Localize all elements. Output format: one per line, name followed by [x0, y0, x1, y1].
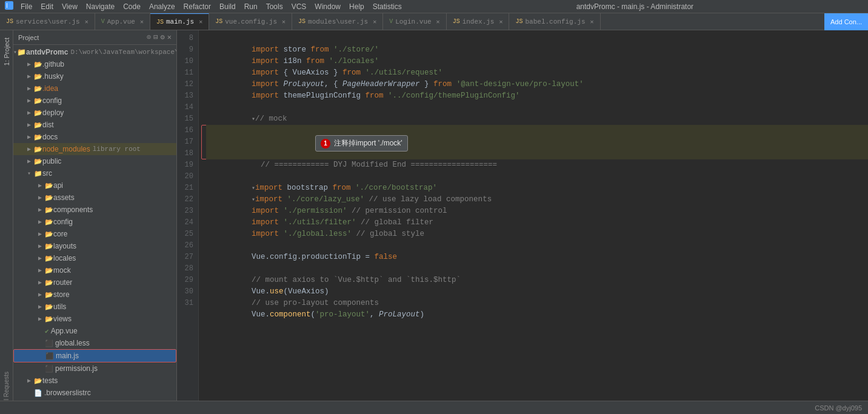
tab-main-js[interactable]: JS main.js ✕ [150, 13, 209, 30]
menu-code[interactable]: Code [119, 1, 144, 12]
menu-edit[interactable]: Edit [37, 1, 57, 12]
tab-close-icon[interactable]: ✕ [282, 18, 285, 25]
tab-close-icon[interactable]: ✕ [85, 18, 88, 25]
expand-arrow: ▶ [24, 97, 34, 104]
code-text: , [370, 310, 379, 319]
expand-arrow: ▶ [35, 255, 45, 262]
tree-item-core[interactable]: ▶ 📂 core [13, 228, 176, 240]
file-label: main.js [56, 352, 79, 360]
tab-modules-user-js[interactable]: JS modules\user.js ✕ [292, 13, 383, 30]
folder-label: mock [53, 266, 71, 275]
locate-file-icon[interactable]: ⊙ [147, 33, 151, 42]
tree-item-public[interactable]: ▶ 📂 public [13, 155, 176, 167]
tree-item-mock[interactable]: ▶ 📂 mock [13, 264, 176, 276]
folder-icon: 📂 [34, 109, 42, 117]
tab-close-icon[interactable]: ✕ [140, 18, 144, 25]
tree-item-layouts[interactable]: ▶ 📂 layouts [13, 240, 176, 252]
tab-app-vue[interactable]: V App.vue ✕ [95, 13, 150, 30]
tab-close-icon[interactable]: ✕ [199, 18, 202, 25]
tree-item-deploy[interactable]: ▶ 📂 deploy [13, 107, 176, 119]
tree-item-config[interactable]: ▶ 📂 config [13, 95, 176, 107]
tree-item-locales[interactable]: ▶ 📂 locales [13, 252, 176, 264]
menu-help[interactable]: Help [346, 1, 368, 12]
folder-label: store [53, 290, 70, 299]
folder-label: assets [53, 193, 75, 202]
tree-item-docs[interactable]: ▶ 📂 docs [13, 131, 176, 143]
tab-close-icon[interactable]: ✕ [499, 18, 502, 25]
tab-vue-config-js[interactable]: JS vue.config.js ✕ [209, 13, 292, 30]
menu-vcs[interactable]: VCS [288, 1, 310, 12]
folder-icon: 📁 [34, 170, 42, 178]
expand-arrow: ▶ [35, 303, 45, 310]
folder-icon: 📂 [45, 230, 53, 238]
tree-item-dist[interactable]: ▶ 📂 dist [13, 119, 176, 131]
tab-login-vue[interactable]: V Login.vue ✕ [383, 13, 446, 30]
add-config-button[interactable]: Add Con... [824, 13, 868, 30]
menu-refactor[interactable]: Refactor [180, 1, 215, 12]
menu-file[interactable]: File [17, 1, 36, 12]
file-icon: 📄 [34, 389, 42, 397]
menu-navigate[interactable]: Navigate [82, 1, 118, 12]
editor-area[interactable]: 8 9 10 11 12 13 14 15 16 17 18 19 20 21 … [177, 30, 868, 414]
tab-babel-config-js[interactable]: JS babel.config.js ✕ [509, 13, 600, 30]
tree-item-store[interactable]: ▶ 📂 store [13, 289, 176, 301]
tree-item-global-less[interactable]: ▶ ⬛ global.less [13, 337, 176, 349]
settings-icon[interactable]: ⚙ [161, 33, 165, 42]
tree-item-src[interactable]: ▾ 📁 src [13, 167, 176, 179]
tree-item-utils[interactable]: ▶ 📂 utils [13, 301, 176, 313]
svg-text:I: I [6, 2, 8, 9]
tree-item-github[interactable]: ▶ 📂 .github [13, 58, 176, 70]
menu-analyze[interactable]: Analyze [145, 1, 179, 12]
folder-label: dist [42, 121, 54, 129]
tree-item-main-js[interactable]: ▶ ⬛ main.js [13, 349, 176, 362]
tree-item-app-vue[interactable]: ▶ ✔ App.vue [13, 325, 176, 337]
code-lines: import store from './store/' import i18n… [199, 30, 868, 414]
code-line-31: Vue.component('pro-layout', ProLayout) [206, 298, 868, 309]
code-line-13 [206, 90, 868, 102]
menu-window[interactable]: Window [311, 1, 344, 12]
tree-item-node-modules[interactable]: ▶ 📂 node_modules library root [13, 143, 176, 155]
tree-item-permission-js[interactable]: ▶ ⬛ permission.js [13, 362, 176, 375]
code-line-8: import store from './store/' [206, 33, 868, 44]
menu-run[interactable]: Run [241, 1, 261, 12]
tree-item-api[interactable]: ▶ 📂 api [13, 179, 176, 192]
tab-services-user-js[interactable]: JS services\user.js ✕ [0, 13, 95, 30]
js-file-icon: JS [6, 18, 13, 25]
tree-item-assets[interactable]: ▶ 📂 assets [13, 192, 176, 204]
folder-icon: 📂 [45, 206, 53, 214]
code-text: ( [311, 310, 316, 319]
menu-build[interactable]: Build [216, 1, 239, 12]
file-tree: ▾ 📁 antdvPromc D:\work\JavaTeam\workspac… [13, 45, 176, 414]
tab-label: babel.config.js [526, 18, 586, 25]
folder-icon: 📂 [34, 158, 42, 165]
tree-item-views[interactable]: ▶ 📂 views [13, 313, 176, 325]
tree-item-components[interactable]: ▶ 📂 components [13, 204, 176, 216]
tree-item-idea[interactable]: ▶ 📂 .idea [13, 82, 176, 95]
project-panel-label[interactable]: 1: Project [3, 33, 10, 70]
menu-view[interactable]: View [58, 1, 81, 12]
tab-close-icon[interactable]: ✕ [436, 18, 440, 25]
close-sidebar-icon[interactable]: ✕ [167, 33, 172, 42]
tab-close-icon[interactable]: ✕ [373, 18, 376, 25]
modified-block: // ============ DYJ Modified Start =====… [206, 125, 868, 159]
code-line-26: Vue.config.productionTip = false [206, 240, 868, 252]
string: 'pro-layout' [315, 310, 370, 319]
tab-label: vue.config.js [225, 18, 277, 25]
tab-index-js[interactable]: JS index.js ✕ [447, 13, 510, 30]
code-line-14: ▾// mock [206, 102, 868, 113]
tree-item-tests[interactable]: ▶ 📂 tests [13, 375, 176, 387]
tree-item-src-config[interactable]: ▶ 📂 config [13, 216, 176, 228]
folder-label: layouts [53, 242, 76, 250]
tree-root[interactable]: ▾ 📁 antdvPromc D:\work\JavaTeam\workspac… [13, 46, 176, 58]
vue-file-icon: V [389, 18, 393, 25]
tree-item-router[interactable]: ▶ 📂 router [13, 276, 176, 289]
collapse-all-icon[interactable]: ⊟ [153, 33, 158, 42]
expand-arrow: ▶ [35, 279, 45, 286]
menu-statistics[interactable]: Statistics [369, 1, 406, 12]
tree-item-husky[interactable]: ▶ 📂 .husky [13, 70, 176, 82]
expand-arrow: ▶ [24, 61, 34, 68]
tree-item-browserslistrc[interactable]: ▶ 📄 .browserslistrc [13, 387, 176, 399]
tab-close-icon[interactable]: ✕ [590, 18, 594, 25]
menu-tools[interactable]: Tools [262, 1, 287, 12]
code-line-18: // ============ DYJ Modified End =======… [206, 148, 868, 159]
